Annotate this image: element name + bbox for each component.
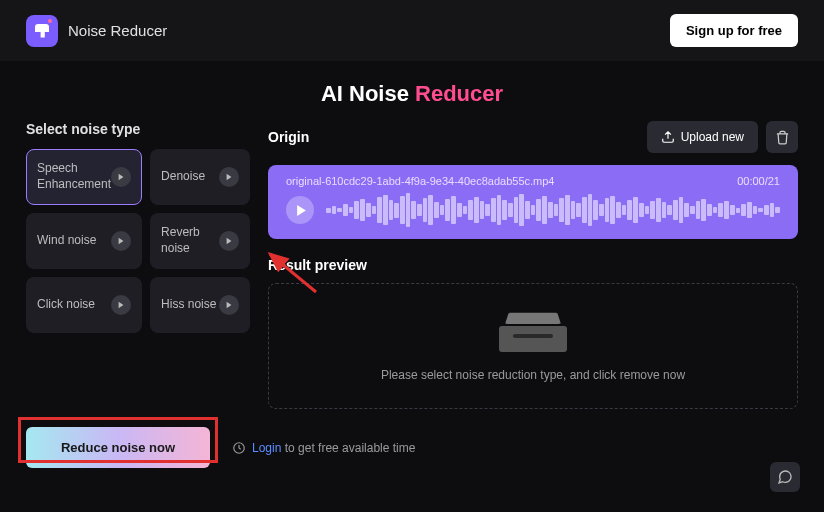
noise-label: Wind noise: [37, 233, 96, 249]
feedback-icon: [777, 469, 793, 485]
select-noise-label: Select noise type: [26, 121, 250, 137]
noise-type-wind-noise[interactable]: Wind noise: [26, 213, 142, 269]
upload-button[interactable]: Upload new: [647, 121, 758, 153]
audio-play-button[interactable]: [286, 196, 314, 224]
login-hint: Login to get free available time: [232, 441, 415, 455]
trash-icon: [775, 130, 790, 145]
play-icon: [117, 301, 125, 309]
noise-play-button[interactable]: [219, 231, 239, 251]
delete-button[interactable]: [766, 121, 798, 153]
noise-play-button[interactable]: [219, 167, 239, 187]
play-icon: [225, 173, 233, 181]
brand: Noise Reducer: [26, 15, 167, 47]
play-icon: [225, 237, 233, 245]
feedback-button[interactable]: [770, 462, 800, 492]
audio-filename: original-610cdc29-1abd-4f9a-9e34-40ec8ad…: [286, 175, 554, 187]
play-icon: [117, 173, 125, 181]
noise-type-reverb-noise[interactable]: Reverb noise: [150, 213, 250, 269]
noise-label: Hiss noise: [161, 297, 216, 313]
play-icon: [225, 301, 233, 309]
noise-play-button[interactable]: [111, 231, 131, 251]
play-icon: [117, 237, 125, 245]
result-preview-label: Result preview: [268, 257, 798, 273]
clock-icon: [232, 441, 246, 455]
noise-label: Click noise: [37, 297, 95, 313]
noise-type-denoise[interactable]: Denoise: [150, 149, 250, 205]
play-icon: [296, 205, 307, 216]
page-title: AI Noise Reducer: [0, 61, 824, 121]
noise-type-speech-enhancement[interactable]: Speech Enhancement: [26, 149, 142, 205]
result-preview-box: Please select noise reduction type, and …: [268, 283, 798, 409]
waveform[interactable]: [326, 195, 780, 225]
reduce-noise-button[interactable]: Reduce noise now: [26, 427, 210, 468]
upload-label: Upload new: [681, 130, 744, 144]
result-placeholder-text: Please select noise reduction type, and …: [381, 368, 685, 382]
empty-tray-icon: [499, 310, 567, 352]
audio-duration: 00:00/21: [737, 175, 780, 187]
noise-type-hiss-noise[interactable]: Hiss noise: [150, 277, 250, 333]
upload-icon: [661, 130, 675, 144]
noise-label: Speech Enhancement: [37, 161, 111, 192]
origin-label: Origin: [268, 129, 309, 145]
brand-name: Noise Reducer: [68, 22, 167, 39]
noise-label: Reverb noise: [161, 225, 219, 256]
noise-play-button[interactable]: [219, 295, 239, 315]
signup-button[interactable]: Sign up for free: [670, 14, 798, 47]
noise-type-click-noise[interactable]: Click noise: [26, 277, 142, 333]
noise-play-button[interactable]: [111, 167, 131, 187]
noise-play-button[interactable]: [111, 295, 131, 315]
logo-icon: [26, 15, 58, 47]
login-link[interactable]: Login: [252, 441, 281, 455]
noise-label: Denoise: [161, 169, 205, 185]
audio-player: original-610cdc29-1abd-4f9a-9e34-40ec8ad…: [268, 165, 798, 239]
